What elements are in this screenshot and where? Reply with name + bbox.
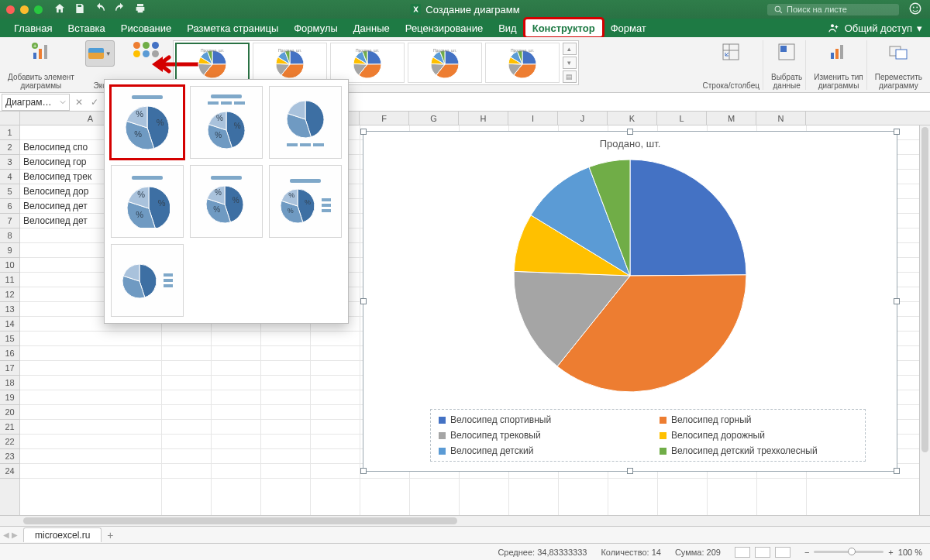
legend-item[interactable]: Велосипед спортивный bbox=[439, 414, 636, 425]
pie-chart[interactable] bbox=[498, 156, 762, 396]
legend-item[interactable]: Велосипед трековый bbox=[439, 430, 636, 441]
svg-text:%: % bbox=[136, 109, 143, 119]
chart-style-2[interactable]: Продано, шт. bbox=[253, 43, 327, 83]
svg-rect-7 bbox=[39, 49, 42, 59]
window-controls[interactable] bbox=[6, 5, 43, 14]
quick-layout-2[interactable]: %%% bbox=[190, 86, 263, 159]
quick-layout-5[interactable]: %%% bbox=[190, 165, 263, 238]
tab-рисование[interactable]: Рисование bbox=[113, 19, 179, 37]
chart-style-4[interactable]: Продано, шт. bbox=[408, 43, 482, 83]
close-window-icon[interactable] bbox=[6, 5, 15, 14]
tab-главная[interactable]: Главная bbox=[6, 19, 60, 37]
sheet-tab[interactable]: microexcel.ru bbox=[23, 527, 102, 542]
svg-text:%: % bbox=[215, 188, 222, 197]
feedback-icon[interactable] bbox=[908, 2, 922, 18]
svg-point-4 bbox=[916, 6, 918, 8]
cancel-formula-icon[interactable]: ✕ bbox=[71, 97, 87, 108]
svg-text:%: % bbox=[288, 191, 294, 199]
svg-point-3 bbox=[913, 6, 914, 8]
tab-формулы[interactable]: Формулы bbox=[286, 19, 346, 37]
add-sheet-button[interactable]: + bbox=[102, 529, 119, 541]
tab-разметка страницы[interactable]: Разметка страницы bbox=[179, 19, 286, 37]
svg-text:%: % bbox=[136, 209, 143, 218]
undo-icon[interactable] bbox=[94, 2, 106, 17]
svg-text:%: % bbox=[215, 131, 222, 139]
chart-style-3[interactable]: Продано, шт. bbox=[330, 43, 405, 83]
svg-text:Продано, шт.: Продано, шт. bbox=[278, 48, 301, 53]
zoom-out-icon[interactable]: − bbox=[804, 548, 809, 557]
minimize-window-icon[interactable] bbox=[20, 5, 29, 14]
sheet-nav-icons[interactable]: ◀ ▶ bbox=[3, 531, 18, 539]
svg-text:%: % bbox=[216, 114, 223, 122]
svg-text:Продано, шт.: Продано, шт. bbox=[356, 48, 379, 53]
add-chart-element-button[interactable]: + bbox=[28, 40, 54, 64]
svg-text:%: % bbox=[232, 195, 239, 204]
quick-layout-dropdown[interactable]: ▼ bbox=[85, 40, 115, 67]
select-all-corner[interactable] bbox=[0, 112, 20, 125]
tab-рецензирование[interactable]: Рецензирование bbox=[398, 19, 491, 37]
tab-вставка[interactable]: Вставка bbox=[60, 19, 112, 37]
view-buttons[interactable] bbox=[735, 547, 790, 558]
save-icon[interactable] bbox=[74, 2, 86, 17]
svg-rect-16 bbox=[723, 44, 739, 60]
vertical-scrollbar[interactable] bbox=[919, 112, 930, 515]
svg-text:+: + bbox=[33, 43, 37, 50]
redo-icon[interactable] bbox=[114, 2, 126, 17]
horizontal-scrollbar[interactable] bbox=[0, 515, 930, 526]
quick-layout-1[interactable]: %%% bbox=[111, 86, 184, 159]
move-chart-button[interactable] bbox=[885, 40, 911, 64]
svg-text:%: % bbox=[305, 198, 311, 205]
legend-item[interactable]: Велосипед детский трехколесный bbox=[660, 445, 857, 456]
name-box[interactable]: Диаграм… bbox=[2, 94, 70, 111]
switch-row-column-button[interactable] bbox=[718, 40, 744, 64]
legend-item[interactable]: Велосипед горный bbox=[660, 414, 857, 425]
svg-rect-19 bbox=[831, 53, 834, 59]
quick-layout-3[interactable] bbox=[269, 86, 342, 159]
change-chart-type-button[interactable] bbox=[825, 40, 852, 64]
svg-text:Продано, шт.: Продано, шт. bbox=[433, 48, 456, 53]
svg-text:%: % bbox=[137, 190, 145, 199]
chart-style-1[interactable]: Продано, шт. bbox=[175, 43, 250, 83]
svg-rect-20 bbox=[835, 49, 839, 59]
gallery-more-icon[interactable]: ▤ bbox=[563, 70, 577, 83]
quick-layout-7[interactable] bbox=[111, 244, 184, 317]
chart-object[interactable]: Продано, шт. Велосипед спортивныйВелосип… bbox=[363, 131, 897, 472]
tab-данные[interactable]: Данные bbox=[346, 19, 398, 37]
zoom-slider[interactable]: − + 100 % bbox=[804, 548, 922, 557]
legend-item[interactable]: Велосипед дорожный bbox=[660, 430, 857, 441]
maximize-window-icon[interactable] bbox=[34, 5, 43, 14]
tab-вид[interactable]: Вид bbox=[491, 19, 525, 37]
tab-формат[interactable]: Формат bbox=[603, 19, 654, 37]
svg-rect-6 bbox=[33, 53, 36, 59]
svg-point-5 bbox=[831, 24, 834, 27]
quick-layout-4[interactable]: %%% bbox=[111, 165, 184, 238]
search-placeholder: Поиск на листе bbox=[787, 5, 847, 14]
gallery-down-icon[interactable]: ▾ bbox=[563, 57, 577, 69]
chart-title[interactable]: Продано, шт. bbox=[363, 138, 897, 149]
quick-layout-6[interactable]: %%% bbox=[269, 165, 342, 238]
zoom-in-icon[interactable]: + bbox=[888, 548, 893, 557]
row-headers[interactable]: 123456789101112131415161718192021222324 bbox=[0, 125, 20, 515]
svg-text:%: % bbox=[234, 122, 241, 130]
tab-конструктор[interactable]: Конструктор bbox=[525, 19, 603, 37]
legend-item[interactable]: Велосипед детский bbox=[439, 445, 636, 456]
select-data-button[interactable] bbox=[773, 40, 800, 64]
share-icon bbox=[828, 22, 840, 34]
document-title: Создание диаграмм bbox=[410, 4, 519, 15]
svg-text:%: % bbox=[288, 207, 294, 215]
status-average: Среднее: 34,83333333 bbox=[498, 548, 587, 557]
search-icon bbox=[773, 5, 784, 15]
chevron-down-icon: ▾ bbox=[917, 22, 922, 34]
quick-layout-panel: %%% %%% %%% %%% %%% bbox=[104, 79, 349, 324]
svg-text:Продано, шт.: Продано, шт. bbox=[201, 48, 224, 53]
confirm-formula-icon[interactable]: ✓ bbox=[87, 97, 102, 108]
chart-style-5[interactable]: Продано, шт. bbox=[485, 43, 560, 83]
search-input[interactable]: Поиск на листе bbox=[767, 4, 899, 15]
home-icon[interactable] bbox=[53, 2, 66, 17]
gallery-up-icon[interactable]: ▴ bbox=[563, 43, 577, 55]
svg-point-1 bbox=[775, 6, 780, 12]
share-button[interactable]: Общий доступ ▾ bbox=[828, 22, 922, 34]
status-count: Количество: 14 bbox=[601, 548, 660, 557]
print-icon[interactable] bbox=[134, 2, 146, 17]
chart-legend[interactable]: Велосипед спортивныйВелосипед горныйВело… bbox=[430, 409, 866, 462]
